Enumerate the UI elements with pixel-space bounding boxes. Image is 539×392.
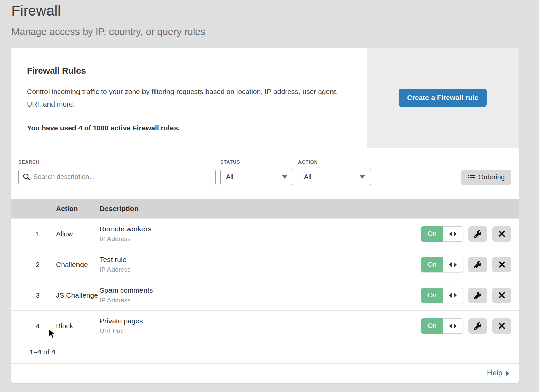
x-icon (499, 261, 505, 268)
rule-description: Remote workers (100, 225, 421, 233)
triangle-right-icon (454, 262, 457, 267)
search-icon (23, 173, 30, 181)
rule-enabled-toggle[interactable]: On (421, 226, 463, 242)
toggle-drag-handle[interactable] (443, 288, 463, 303)
table-header: Action Description (11, 199, 519, 218)
pagination-range: 1–4 (30, 348, 41, 356)
action-label: ACTION (298, 159, 371, 165)
search-input[interactable] (18, 169, 216, 185)
triangle-left-icon (449, 323, 452, 329)
usage-summary: You have used 4 of 1000 active Firewall … (27, 124, 351, 132)
toggle-drag-handle[interactable] (443, 318, 463, 334)
rule-match-type: IP Address (100, 266, 421, 273)
rule-priority: 3 (11, 291, 40, 299)
ordering-button-label: Ordering (478, 173, 505, 181)
wrench-icon (474, 292, 481, 299)
rule-action: Block (40, 322, 100, 330)
intro-action-panel: Create a Firewall rule (367, 48, 519, 148)
intro-description: Control incoming traffic to your zone by… (27, 86, 347, 111)
firewall-rules-card: Firewall Rules Control incoming traffic … (11, 48, 519, 383)
edit-rule-button[interactable] (468, 257, 487, 272)
rule-enabled-toggle[interactable]: On (421, 288, 463, 303)
rule-controls: On (421, 257, 519, 272)
search-label: SEARCH (18, 159, 216, 165)
wrench-icon (474, 230, 481, 238)
rule-enabled-toggle[interactable]: On (421, 257, 463, 272)
table-row: 4 Block Private pages URI Path On (11, 310, 519, 341)
table-row: 2 Challenge Test rule IP Address On (11, 249, 519, 280)
delete-rule-button[interactable] (492, 257, 511, 272)
filter-bar: SEARCH STATUS All ACTION All (11, 148, 519, 199)
wrench-icon (474, 322, 481, 330)
rule-description: Spam comments (100, 286, 421, 294)
rule-priority: 2 (11, 261, 40, 269)
toggle-on-label[interactable]: On (421, 257, 443, 272)
rule-description-cell: Remote workers IP Address (100, 225, 421, 243)
x-icon (499, 231, 505, 237)
rule-description-cell: Spam comments IP Address (100, 286, 421, 304)
action-select[interactable]: All (298, 169, 371, 185)
toggle-on-label[interactable]: On (421, 288, 443, 303)
page-title: Firewall (11, 3, 539, 19)
rule-description-cell: Test rule IP Address (100, 255, 421, 273)
table-row: 3 JS Challenge Spam comments IP Address … (11, 280, 519, 310)
edit-rule-button[interactable] (468, 318, 487, 334)
toggle-drag-handle[interactable] (443, 226, 463, 242)
table-row: 1 Allow Remote workers IP Address On (11, 218, 519, 249)
page-header: Firewall Manage access by IP, country, o… (0, 0, 539, 37)
triangle-right-icon (454, 231, 457, 237)
intro-text-panel: Firewall Rules Control incoming traffic … (11, 48, 367, 148)
status-selected-value: All (226, 173, 282, 181)
card-footer: Help (11, 363, 519, 383)
pagination-total: 4 (51, 348, 55, 356)
rule-match-type: IP Address (100, 235, 421, 243)
x-icon (499, 292, 505, 298)
delete-rule-button[interactable] (492, 288, 511, 303)
wrench-icon (474, 261, 481, 268)
search-filter-group: SEARCH (18, 159, 216, 185)
toggle-drag-handle[interactable] (443, 257, 463, 272)
x-icon (499, 323, 505, 329)
edit-rule-button[interactable] (468, 226, 487, 242)
create-firewall-rule-button[interactable]: Create a Firewall rule (399, 89, 486, 107)
chevron-down-icon (359, 175, 366, 179)
rule-priority: 4 (11, 322, 40, 330)
intro-heading: Firewall Rules (27, 66, 351, 76)
triangle-left-icon (449, 231, 452, 237)
rule-description-cell: Private pages URI Path (100, 317, 421, 335)
rule-description: Private pages (100, 317, 421, 325)
rule-match-type: IP Address (100, 297, 421, 304)
rule-enabled-toggle[interactable]: On (421, 318, 463, 334)
ordering-button[interactable]: Ordering (461, 170, 511, 185)
help-link[interactable]: Help (487, 369, 509, 378)
triangle-left-icon (449, 262, 452, 267)
pagination-of: of (43, 348, 50, 356)
pagination: 1–4 of 4 (11, 341, 519, 363)
edit-rule-button[interactable] (468, 288, 487, 303)
toggle-on-label[interactable]: On (421, 226, 443, 242)
action-column-header: Action (40, 205, 100, 213)
status-select[interactable]: All (220, 169, 293, 185)
rule-priority: 1 (11, 230, 40, 238)
rule-description: Test rule (100, 255, 421, 264)
rule-action: JS Challenge (40, 291, 100, 299)
rule-controls: On (421, 226, 519, 242)
description-column-header: Description (100, 205, 519, 213)
triangle-right-icon (454, 323, 457, 329)
page-subtitle: Manage access by IP, country, or query r… (11, 26, 539, 37)
delete-rule-button[interactable] (492, 318, 511, 334)
triangle-right-icon (454, 293, 457, 298)
intro-section: Firewall Rules Control incoming traffic … (11, 48, 519, 148)
delete-rule-button[interactable] (492, 226, 511, 242)
rule-controls: On (421, 288, 519, 303)
toggle-on-label[interactable]: On (421, 318, 443, 334)
rule-action: Allow (40, 230, 100, 238)
status-filter-group: STATUS All (220, 159, 293, 185)
rule-action: Challenge (40, 261, 100, 269)
list-icon (468, 174, 475, 181)
action-filter-group: ACTION All (298, 159, 371, 185)
status-label: STATUS (220, 159, 293, 165)
action-selected-value: All (304, 173, 359, 181)
chevron-down-icon (282, 175, 288, 179)
triangle-right-icon (506, 370, 509, 376)
